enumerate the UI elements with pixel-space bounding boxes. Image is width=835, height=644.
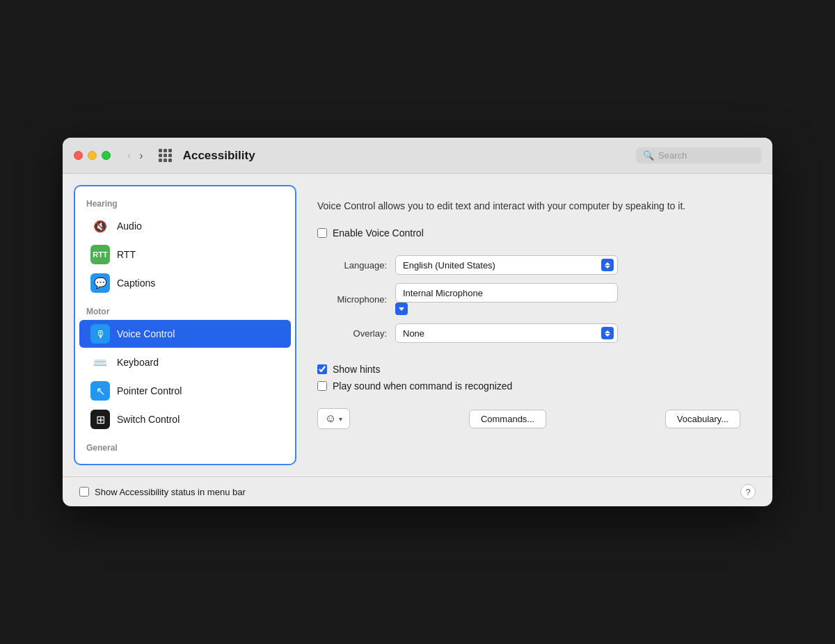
enable-voice-control-label: Enable Voice Control	[333, 227, 424, 239]
sidebar-section-hearing: Hearing	[75, 195, 295, 211]
enable-voice-control-row: Enable Voice Control	[317, 227, 740, 239]
sidebar-item-switch-control[interactable]: ⊞ Switch Control	[79, 405, 291, 433]
help-button[interactable]: ?	[740, 484, 756, 499]
sidebar-label-voice-control: Voice Control	[117, 328, 175, 339]
pointer-control-icon: ↖	[90, 381, 110, 401]
maximize-button[interactable]	[102, 151, 111, 160]
sidebar-item-pointer-control[interactable]: ↖ Pointer Control	[79, 377, 291, 405]
enable-voice-control-checkbox[interactable]	[317, 228, 327, 238]
more-button[interactable]: ☺ ▾	[317, 408, 350, 429]
search-box[interactable]: 🔍 Search	[636, 147, 761, 163]
voice-control-icon: 🎙	[90, 324, 110, 344]
show-accessibility-status-label: Show Accessibility status in menu bar	[95, 487, 246, 497]
vocabulary-button[interactable]: Vocabulary...	[665, 410, 740, 428]
microphone-select-arrow	[395, 303, 408, 315]
traffic-lights	[74, 151, 111, 160]
sidebar-section-motor: Motor	[75, 303, 295, 319]
chevron-down-icon: ▾	[339, 415, 342, 423]
forward-button[interactable]: ›	[136, 148, 145, 163]
search-icon: 🔍	[643, 150, 654, 161]
play-sound-checkbox[interactable]	[317, 381, 327, 391]
grid-icon[interactable]	[159, 149, 172, 162]
sidebar-section-general: General	[75, 439, 295, 456]
microphone-select-wrapper: Internal Microphone External Microphone	[395, 283, 618, 315]
close-button[interactable]	[74, 151, 83, 160]
bottom-bar: Show Accessibility status in menu bar ?	[63, 476, 772, 506]
language-row: Language: English (United States) French…	[317, 255, 740, 275]
language-select-wrapper: English (United States) French (France) …	[395, 255, 618, 275]
show-accessibility-status-checkbox[interactable]	[79, 487, 89, 497]
overlay-label: Overlay:	[317, 328, 387, 339]
show-status-row: Show Accessibility status in menu bar	[79, 487, 246, 497]
sidebar: Hearing 🔇 Audio RTT RTT 💬 Captions	[74, 185, 296, 465]
microphone-label: Microphone:	[317, 294, 387, 305]
sidebar-label-captions: Captions	[117, 277, 155, 289]
rtt-icon: RTT	[90, 245, 110, 264]
overlay-select-wrapper: None Grid Numbers	[395, 323, 618, 343]
sidebar-item-captions[interactable]: 💬 Captions	[79, 269, 291, 297]
audio-icon: 🔇	[90, 216, 110, 236]
titlebar: ‹ › Accessibility 🔍 Search	[63, 138, 772, 174]
sidebar-label-audio: Audio	[117, 220, 142, 232]
settings-form: Language: English (United States) French…	[317, 255, 740, 343]
show-hints-row: Show hints	[317, 364, 740, 375]
sidebar-item-voice-control[interactable]: 🎙 Voice Control	[79, 320, 291, 348]
language-label: Language:	[317, 260, 387, 271]
show-hints-label: Show hints	[333, 364, 380, 375]
captions-icon: 💬	[90, 273, 110, 293]
overlay-row: Overlay: None Grid Numbers	[317, 323, 740, 343]
sidebar-item-audio[interactable]: 🔇 Audio	[79, 212, 291, 240]
window-title: Accessibility	[183, 149, 255, 163]
search-placeholder: Search	[658, 150, 687, 161]
show-hints-checkbox[interactable]	[317, 364, 327, 374]
sidebar-label-rtt: RTT	[117, 249, 136, 260]
language-select[interactable]: English (United States) French (France) …	[395, 255, 618, 275]
microphone-select[interactable]: Internal Microphone External Microphone	[395, 283, 618, 303]
overlay-select[interactable]: None Grid Numbers	[395, 323, 618, 343]
main-area: Hearing 🔇 Audio RTT RTT 💬 Captions	[63, 174, 772, 476]
sidebar-label-pointer-control: Pointer Control	[117, 385, 182, 396]
nav-buttons: ‹ ›	[125, 148, 146, 163]
more-icon: ☺	[325, 412, 336, 425]
commands-button[interactable]: Commands...	[469, 410, 546, 428]
microphone-row: Microphone: Internal Microphone External…	[317, 283, 740, 315]
keyboard-icon: ⌨️	[90, 353, 110, 372]
sidebar-item-rtt[interactable]: RTT RTT	[79, 241, 291, 268]
minimize-button[interactable]	[88, 151, 97, 160]
bottom-buttons: ☺ ▾ Commands... Vocabulary...	[317, 408, 740, 429]
content-area: Voice Control allows you to edit text an…	[296, 185, 761, 465]
description-text: Voice Control allows you to edit text an…	[317, 199, 693, 214]
sidebar-label-switch-control: Switch Control	[117, 414, 180, 425]
back-button[interactable]: ‹	[125, 148, 134, 163]
play-sound-label: Play sound when command is recognized	[333, 380, 512, 392]
hints-section: Show hints Play sound when command is re…	[317, 364, 740, 392]
sidebar-item-keyboard[interactable]: ⌨️ Keyboard	[79, 348, 291, 376]
main-window: ‹ › Accessibility 🔍 Search Hearing 🔇	[63, 138, 772, 506]
sidebar-label-keyboard: Keyboard	[117, 357, 159, 368]
play-sound-row: Play sound when command is recognized	[317, 380, 740, 392]
switch-control-icon: ⊞	[90, 410, 110, 429]
